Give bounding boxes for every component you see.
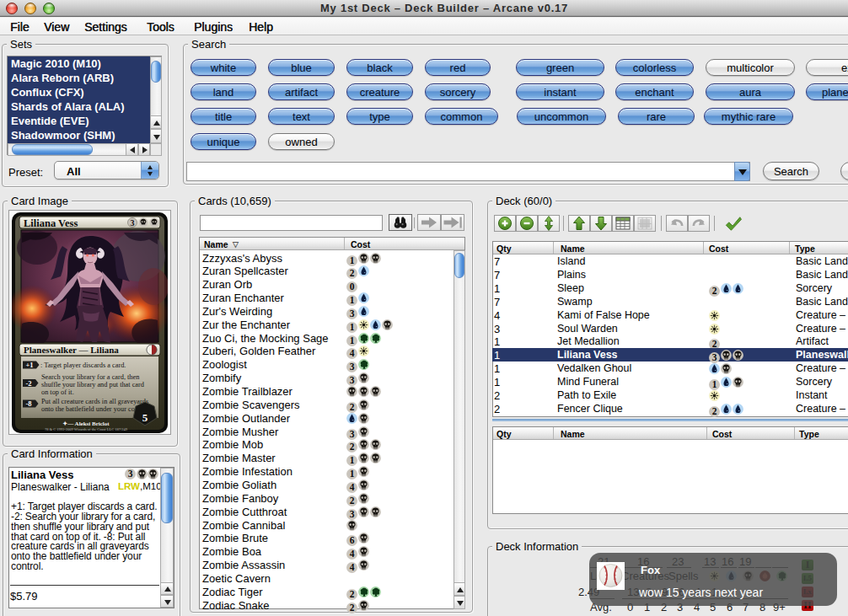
svg-text:Planeswalker — Liliana: Planeswalker — Liliana <box>24 345 119 355</box>
svg-text:onto the battlefield under you: onto the battlefield under your control. <box>41 405 150 413</box>
svg-text:Put all creature cards in all: Put all creature cards in all graveyards <box>41 398 148 405</box>
svg-text:Search your library for a card: Search your library for a card, then <box>41 373 140 381</box>
svg-text:-8: -8 <box>26 399 32 408</box>
svg-text:3: 3 <box>131 218 135 228</box>
svg-text:: Target player discards a car: : Target player discards a card. <box>40 362 126 369</box>
svg-text:78 & C 1993-2009 Wizards of th: 78 & C 1993-2009 Wizards of the Coast LL… <box>45 427 128 431</box>
svg-text:+1: +1 <box>26 361 34 369</box>
svg-text:shuffle your library and put t: shuffle your library and put that card <box>41 381 145 388</box>
svg-text:-2: -2 <box>26 379 32 388</box>
svg-text:on top of it.: on top of it. <box>41 388 74 396</box>
svg-text:Liliana Vess: Liliana Vess <box>24 217 78 229</box>
svg-text:5: 5 <box>142 411 148 424</box>
svg-text:✦— Aleksi Briclot: ✦— Aleksi Briclot <box>62 420 110 427</box>
